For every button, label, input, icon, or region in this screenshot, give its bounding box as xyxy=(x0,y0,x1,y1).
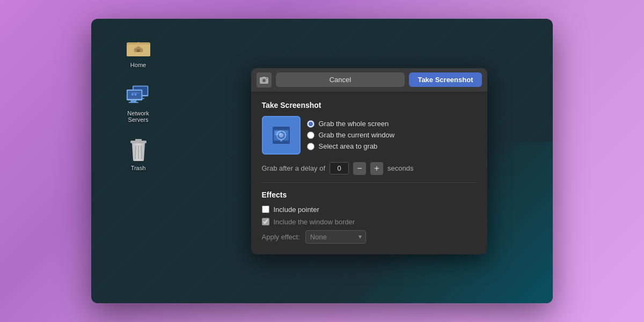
svg-point-15 xyxy=(134,93,136,96)
include-pointer-option[interactable]: Include pointer xyxy=(262,206,477,214)
delay-unit: seconds xyxy=(387,164,413,172)
delay-value-input[interactable] xyxy=(330,162,349,174)
trash-icon-label: Trash xyxy=(131,165,146,171)
svg-point-26 xyxy=(266,78,267,79)
section-divider xyxy=(262,182,477,183)
radio-options: Grab the whole screen Grab the current w… xyxy=(307,116,395,155)
home-icon-label: Home xyxy=(130,62,146,68)
whole-screen-label: Grab the whole screen xyxy=(319,120,389,128)
trash-icon xyxy=(126,137,151,163)
svg-rect-3 xyxy=(137,49,140,52)
dialog-body: Take Screenshot xyxy=(251,92,487,254)
dialog-toolbar: Cancel Take Screenshot xyxy=(251,68,487,92)
svg-rect-11 xyxy=(127,91,141,99)
effect-select-wrapper: None Drop Shadow Border xyxy=(305,230,366,244)
radio-select-area[interactable]: Select area to grab xyxy=(307,142,395,150)
apply-effect-label: Apply effect: xyxy=(262,233,300,241)
take-screenshot-button[interactable]: Take Screenshot xyxy=(409,72,481,87)
svg-line-21 xyxy=(141,145,142,159)
cancel-button[interactable]: Cancel xyxy=(276,72,405,87)
camera-icon-button[interactable] xyxy=(257,72,272,87)
desktop-icon-trash[interactable]: Trash xyxy=(114,133,163,175)
desktop-icon-network-servers[interactable]: Network Servers xyxy=(114,78,163,127)
svg-point-24 xyxy=(263,79,265,82)
include-pointer-checkbox[interactable] xyxy=(262,206,269,213)
include-border-label: Include the window border xyxy=(274,218,355,226)
options-row: Grab the whole screen Grab the current w… xyxy=(262,116,477,155)
screenshot-preview xyxy=(262,116,301,155)
apply-effect-row: Apply effect: None Drop Shadow Border xyxy=(262,230,477,244)
screenshot-dialog: Cancel Take Screenshot Take Screenshot xyxy=(251,68,487,254)
radio-current-window[interactable]: Grab the current window xyxy=(307,131,395,139)
dialog-area: Cancel Take Screenshot Take Screenshot xyxy=(185,19,553,303)
svg-rect-18 xyxy=(135,139,142,141)
svg-point-14 xyxy=(131,93,134,96)
effects-title: Effects xyxy=(262,191,477,199)
include-pointer-label: Include pointer xyxy=(274,206,319,214)
current-window-label: Grab the current window xyxy=(319,131,395,139)
svg-rect-25 xyxy=(262,77,266,78)
svg-point-34 xyxy=(279,133,283,137)
dialog-title: Take Screenshot xyxy=(262,101,477,109)
delay-decrement-button[interactable]: − xyxy=(353,162,366,175)
radio-whole-screen[interactable]: Grab the whole screen xyxy=(307,120,395,128)
effect-select[interactable]: None Drop Shadow Border xyxy=(305,230,366,244)
include-border-checkbox[interactable] xyxy=(262,218,269,225)
delay-label: Grab after a delay of xyxy=(262,164,326,172)
network-servers-icon xyxy=(126,82,151,108)
include-border-option[interactable]: Include the window border xyxy=(262,218,477,226)
delay-row: Grab after a delay of − + seconds xyxy=(262,162,477,175)
svg-line-19 xyxy=(135,145,136,159)
home-icon xyxy=(126,34,151,60)
desktop-icon-home[interactable]: Home xyxy=(114,30,163,72)
svg-rect-16 xyxy=(131,92,140,93)
svg-rect-12 xyxy=(130,100,136,102)
desktop-window: Home xyxy=(91,19,553,303)
select-area-label: Select area to grab xyxy=(319,142,378,150)
svg-rect-13 xyxy=(128,102,138,103)
desktop-icons: Home xyxy=(91,19,185,303)
network-servers-label: Network Servers xyxy=(127,110,149,123)
delay-increment-button[interactable]: + xyxy=(370,162,383,175)
